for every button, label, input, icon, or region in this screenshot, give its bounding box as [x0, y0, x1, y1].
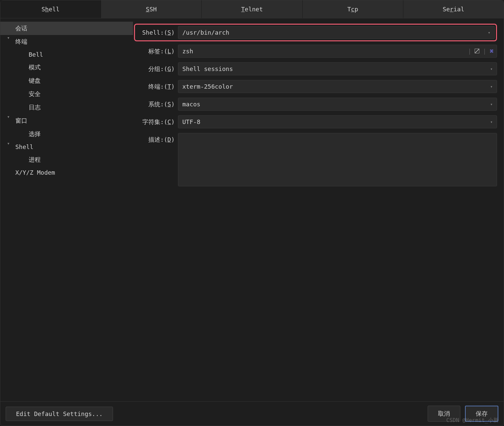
group-select[interactable]: Shell sessions ▾ [178, 62, 497, 75]
sidebar-item-security[interactable]: 安全 [0, 87, 133, 101]
label-input[interactable] [178, 45, 468, 57]
charset-value: UTF-8 [182, 118, 200, 125]
form-row-description: 描述:(D) [136, 133, 497, 186]
settings-tree: 会话 ▾终端 Bell 模式 键盘 安全 日志 ▾窗口 选择 ▾Shell 进程… [0, 18, 133, 401]
chevron-down-icon: ▾ [490, 84, 493, 89]
form-panel: Shell:(S) /usr/bin/arch ▾ 标签:(L) | | ⌘ [133, 18, 504, 401]
system-select[interactable]: macos ▾ [178, 98, 497, 111]
sidebar-item-keyboard[interactable]: 键盘 [0, 74, 133, 87]
label-actions: | | ⌘ [468, 48, 497, 55]
form-row-system: 系统:(S) macos ▾ [136, 98, 497, 111]
connection-type-tabs: Shell SSH Telnet Tcp Serial [0, 0, 504, 18]
sidebar-item-terminal[interactable]: 终端 [0, 35, 133, 48]
chevron-down-icon: ▾ [490, 67, 493, 71]
terminal-value: xterm-256color [182, 83, 233, 90]
chevron-down-icon[interactable]: ▾ [7, 35, 10, 40]
form-row-label: 标签:(L) | | ⌘ [136, 45, 497, 58]
sidebar-item-selection[interactable]: 选择 [0, 127, 133, 141]
tab-shell[interactable]: Shell [0, 0, 101, 18]
sidebar-item-log[interactable]: 日志 [0, 101, 133, 114]
group-label: 分组:(G) [136, 65, 178, 73]
sidebar-item-shell[interactable]: Shell [0, 141, 133, 153]
tab-telnet[interactable]: Telnet [202, 0, 302, 18]
terminal-label: 终端:(T) [136, 83, 178, 91]
form-row-terminal: 终端:(T) xterm-256color ▾ [136, 80, 497, 93]
tab-serial[interactable]: Serial [403, 0, 504, 18]
tab-tcp[interactable]: Tcp [303, 0, 403, 18]
footer-actions: 取消 保存 [428, 406, 498, 422]
group-value: Shell sessions [182, 65, 233, 72]
form-row-shell: Shell:(S) /usr/bin/arch ▾ [134, 24, 497, 41]
cancel-button[interactable]: 取消 [428, 406, 460, 422]
edit-icon[interactable] [475, 48, 479, 55]
label-label: 标签:(L) [136, 47, 178, 55]
form-row-group: 分组:(G) Shell sessions ▾ [136, 62, 497, 75]
sidebar-item-xyz-modem[interactable]: X/Y/Z Modem [0, 166, 133, 179]
settings-window: Shell SSH Telnet Tcp Serial 会话 ▾终端 Bell … [0, 0, 504, 426]
sidebar-item-session[interactable]: 会话 [0, 22, 133, 35]
terminal-select[interactable]: xterm-256color ▾ [178, 80, 497, 93]
system-label: 系统:(S) [136, 100, 178, 108]
sidebar-item-bell[interactable]: Bell [0, 48, 133, 61]
charset-label: 字符集:(C) [136, 118, 178, 126]
shell-label: Shell:(S) [136, 29, 178, 36]
chevron-down-icon[interactable]: ▾ [7, 141, 10, 146]
form-row-charset: 字符集:(C) UTF-8 ▾ [136, 115, 497, 128]
tab-ssh[interactable]: SSH [101, 0, 202, 18]
sidebar-item-window[interactable]: 窗口 [0, 114, 133, 127]
shell-select[interactable]: /usr/bin/arch ▾ [178, 26, 495, 39]
sidebar-item-process[interactable]: 进程 [0, 153, 133, 166]
chevron-down-icon: ▾ [490, 120, 493, 124]
chevron-down-icon[interactable]: ▾ [7, 114, 10, 119]
system-value: macos [182, 101, 200, 108]
command-icon[interactable]: ⌘ [490, 48, 493, 55]
chevron-down-icon: ▾ [488, 30, 490, 35]
description-label: 描述:(D) [136, 133, 178, 144]
label-input-wrap: | | ⌘ [178, 45, 497, 58]
sidebar-item-mode[interactable]: 模式 [0, 61, 133, 74]
content-area: 会话 ▾终端 Bell 模式 键盘 安全 日志 ▾窗口 选择 ▾Shell 进程… [0, 18, 504, 401]
edit-default-settings-button[interactable]: Edit Default Settings... [6, 407, 113, 421]
chevron-down-icon: ▾ [490, 102, 493, 107]
save-button[interactable]: 保存 [465, 406, 498, 422]
shell-value: /usr/bin/arch [182, 29, 229, 36]
charset-select[interactable]: UTF-8 ▾ [178, 115, 497, 128]
footer: Edit Default Settings... 取消 保存 [0, 401, 504, 426]
description-textarea[interactable] [178, 133, 497, 186]
